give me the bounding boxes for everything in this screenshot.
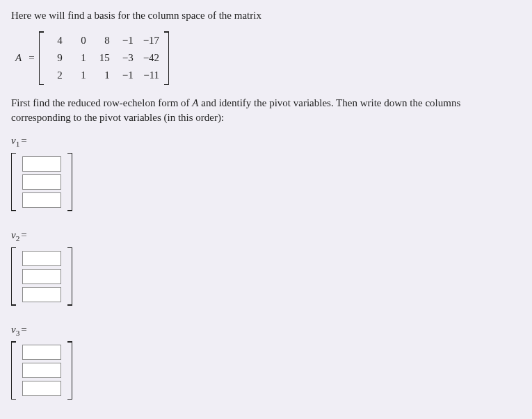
vector-brackets-v3	[11, 341, 72, 400]
vector-v1: v1=	[11, 133, 521, 215]
matrix-label: A	[11, 51, 22, 65]
vector-label-v3: v3=	[11, 322, 27, 339]
bracket-left-icon	[11, 247, 17, 306]
vector-label-v1: v1=	[11, 133, 27, 150]
matrix-cell: 1	[72, 68, 86, 83]
v3-input-3[interactable]	[22, 381, 61, 396]
matrix-cell: 2	[49, 68, 63, 83]
v1-input-1[interactable]	[22, 156, 61, 172]
vector-body	[17, 341, 67, 400]
matrix-cell: 1	[96, 68, 110, 83]
instruction-text: First find the reduced row-echelon form …	[11, 96, 521, 125]
v2-input-3[interactable]	[22, 287, 61, 302]
matrix-cell: −1	[120, 68, 134, 83]
vec-equals: =	[21, 135, 26, 146]
matrix-equation: A = 4 0 8 −1 −17 9 1 15 −3 −42 2 1 1 −1 …	[11, 31, 521, 85]
instruction-part1: First find the reduced row-echelon form …	[11, 97, 192, 108]
matrix-cell: 8	[96, 33, 110, 48]
vec-letter: v	[11, 324, 16, 335]
vec-equals: =	[21, 324, 26, 335]
matrix-cell: 15	[96, 51, 110, 65]
vector-body	[17, 153, 67, 211]
bracket-right-icon	[67, 153, 72, 211]
vector-v3: v3=	[11, 322, 521, 404]
vector-brackets-v2	[11, 247, 72, 306]
intro-text: Here we will find a basis for the column…	[11, 8, 521, 23]
matrix-cell: 4	[49, 33, 63, 48]
matrix-cell: 1	[72, 51, 86, 65]
v1-input-2[interactable]	[22, 174, 61, 190]
vector-brackets-v1	[11, 153, 72, 211]
matrix-cell: −11	[143, 68, 159, 83]
v1-input-3[interactable]	[22, 192, 61, 208]
vector-body	[17, 247, 67, 306]
instruction-A: A	[192, 97, 198, 108]
equals-sign: =	[29, 51, 34, 65]
v2-input-1[interactable]	[22, 251, 61, 266]
vec-equals: =	[21, 229, 26, 240]
vec-letter: v	[11, 135, 16, 146]
vec-subscript: 2	[16, 234, 20, 243]
vec-subscript: 3	[16, 329, 20, 337]
bracket-right-icon	[67, 341, 72, 400]
bracket-right-icon	[67, 247, 72, 306]
matrix-cell: −42	[143, 51, 159, 65]
matrix-cell: −17	[143, 33, 159, 48]
vec-letter: v	[11, 229, 16, 240]
bracket-left-icon	[39, 31, 45, 85]
v3-input-1[interactable]	[22, 345, 61, 360]
vector-v2: v2=	[11, 228, 521, 310]
matrix-A: 4 0 8 −1 −17 9 1 15 −3 −42 2 1 1 −1 −11	[39, 31, 169, 85]
matrix-cell: 9	[49, 51, 63, 65]
v2-input-2[interactable]	[22, 269, 61, 284]
vec-subscript: 1	[16, 140, 20, 148]
v3-input-2[interactable]	[22, 363, 61, 378]
matrix-body: 4 0 8 −1 −17 9 1 15 −3 −42 2 1 1 −1 −11	[45, 31, 163, 85]
vector-label-v2: v2=	[11, 228, 27, 245]
bracket-left-icon	[11, 153, 17, 211]
bracket-right-icon	[163, 31, 169, 85]
matrix-cell: −1	[120, 33, 134, 48]
matrix-cell: −3	[120, 51, 134, 65]
matrix-cell: 0	[72, 33, 86, 48]
bracket-left-icon	[11, 341, 17, 400]
